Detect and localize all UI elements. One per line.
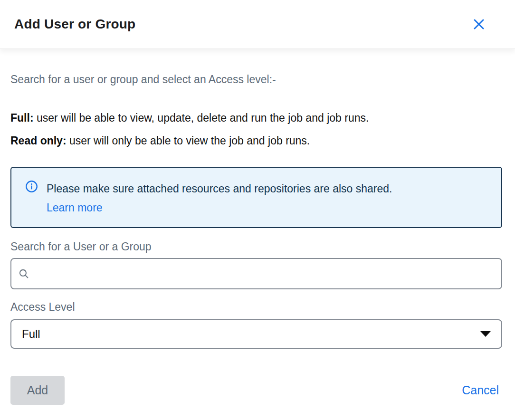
learn-more-link[interactable]: Learn more [47,198,103,217]
read-only-description: Read only: user will only be able to vie… [10,134,502,147]
close-button[interactable] [469,15,488,34]
info-icon [25,180,38,193]
add-user-or-group-dialog: Add User or Group Search for a user or g… [0,0,515,405]
add-button[interactable]: Add [10,376,65,405]
full-access-label: Full: [10,112,34,124]
access-level-selected-value: Full [22,327,40,341]
search-field-label: Search for a User or a Group [10,240,502,253]
close-icon [472,18,486,31]
access-level-label: Access Level [10,301,502,314]
search-icon [18,268,30,280]
cancel-button[interactable]: Cancel [462,383,499,397]
read-only-label: Read only: [10,134,67,147]
info-banner: Please make sure attached resources and … [10,167,502,228]
dialog-header: Add User or Group [0,0,515,49]
dialog-body: Search for a user or group and select an… [0,73,515,405]
access-level-select[interactable]: Full [10,319,502,349]
page-title: Add User or Group [14,17,135,32]
intro-text: Search for a user or group and select an… [10,73,502,86]
read-only-text: user will only be able to view the job a… [67,134,310,147]
chevron-down-icon [480,331,491,337]
full-access-description: Full: user will be able to view, update,… [10,112,502,124]
search-input[interactable] [36,259,495,288]
search-box [10,258,502,289]
info-banner-message: Please make sure attached resources and … [47,182,392,195]
info-banner-content: Please make sure attached resources and … [47,179,392,217]
dialog-footer: Add Cancel [10,376,502,405]
full-access-text: user will be able to view, update, delet… [34,112,369,124]
